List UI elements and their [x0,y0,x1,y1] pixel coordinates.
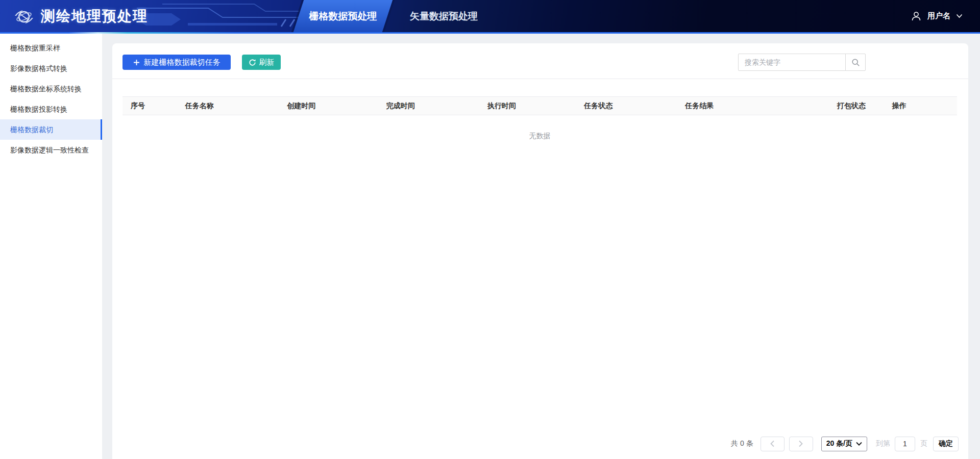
sidebar-item-raster-clip[interactable]: 栅格数据裁切 [0,119,102,140]
col-actions: 操作 [887,97,957,115]
col-finish-time: 完成时间 [381,97,482,115]
pagination: 共 0 条 20 条/页 到第 页 确定 [731,436,959,451]
sidebar-item-image-format-convert[interactable]: 影像数据格式转换 [0,58,102,79]
search-input[interactable] [738,54,846,71]
plus-icon [133,59,140,66]
search-group [738,54,866,71]
app-root: 测绘地理预处理 栅格数据预处理 矢量数据预处理 用户名 栅格数据重采样 [0,0,980,459]
table-header-row: 序号 任务名称 创建时间 完成时间 执行时间 任务状态 任务结果 打包状态 操作 [122,97,957,115]
pagination-goto-suffix: 页 [920,439,927,448]
col-task-name: 任务名称 [180,97,282,115]
main-tabs: 栅格数据预处理 矢量数据预处理 [299,0,483,32]
tab-raster-preprocess[interactable]: 栅格数据预处理 [299,0,387,32]
brand: 测绘地理预处理 [13,0,148,32]
col-seq: 序号 [122,97,180,115]
refresh-icon [249,59,256,66]
col-task-result: 任务结果 [680,97,832,115]
chevron-right-icon [798,440,803,447]
page-number-input[interactable] [895,437,915,451]
user-menu[interactable]: 用户名 [911,0,963,32]
search-button[interactable] [845,54,866,71]
user-icon [911,11,922,22]
toolbar: 新建栅格数据裁切任务 刷新 [112,43,968,79]
chevron-left-icon [770,440,775,447]
task-table-wrap: 序号 任务名称 创建时间 完成时间 执行时间 任务状态 任务结果 打包状态 操作… [122,96,957,156]
col-package-status: 打包状态 [832,97,887,115]
tab-vector-preprocess[interactable]: 矢量数据预处理 [405,0,483,32]
sidebar-item-image-logic-consistency-check[interactable]: 影像数据逻辑一致性检查 [0,140,102,160]
search-icon [851,58,860,67]
task-table: 序号 任务名称 创建时间 完成时间 执行时间 任务状态 任务结果 打包状态 操作 [122,96,957,115]
sidebar: 栅格数据重采样 影像数据格式转换 栅格数据坐标系统转换 栅格数据投影转换 栅格数… [0,34,102,459]
chevron-down-icon [956,14,963,18]
page-size-select[interactable]: 20 条/页 [821,437,867,451]
chevron-down-icon [856,442,862,446]
sidebar-item-raster-resample[interactable]: 栅格数据重采样 [0,38,102,58]
sidebar-item-raster-projection-convert[interactable]: 栅格数据投影转换 [0,99,102,119]
pagination-prev-button[interactable] [761,437,785,451]
pagination-confirm-button[interactable]: 确定 [933,437,959,451]
refresh-button[interactable]: 刷新 [242,55,281,70]
user-name: 用户名 [927,11,950,21]
app-title: 测绘地理预处理 [41,7,148,26]
top-header: 测绘地理预处理 栅格数据预处理 矢量数据预处理 用户名 [0,0,980,34]
content-card: 新建栅格数据裁切任务 刷新 [112,43,968,459]
new-clip-task-button[interactable]: 新建栅格数据裁切任务 [122,55,231,70]
col-exec-time: 执行时间 [482,97,579,115]
pagination-total: 共 0 条 [731,439,753,448]
empty-state-text: 无数据 [122,115,957,156]
app-logo-icon [13,6,35,27]
sidebar-item-raster-coordsys-convert[interactable]: 栅格数据坐标系统转换 [0,79,102,99]
pagination-next-button[interactable] [789,437,813,451]
col-task-status: 任务状态 [579,97,680,115]
col-created-time: 创建时间 [282,97,381,115]
pagination-goto-prefix: 到第 [876,439,890,448]
header-accent-line [0,32,980,34]
